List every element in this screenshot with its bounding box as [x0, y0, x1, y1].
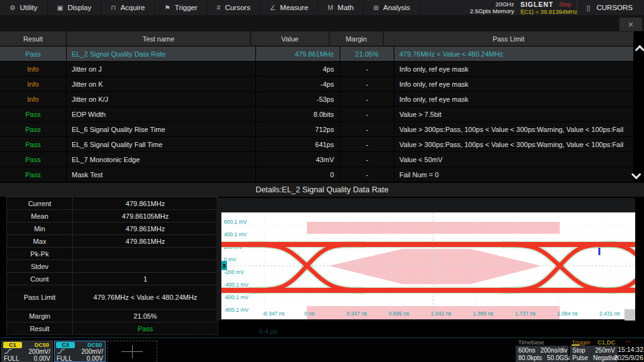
menu-item-label: Display	[67, 4, 91, 11]
timebase-header: Timebase	[518, 339, 544, 346]
table-row[interactable]: InfoJitter on J4ps-Info only, ref eye ma…	[0, 62, 634, 77]
eye-diagram-panel: 600.1 mV400.1 mV200 mV0 mV-200 mV-400.1 …	[216, 198, 635, 321]
voltage-axis-label: 400.1 mV	[224, 231, 247, 238]
math-icon: M	[328, 4, 333, 11]
result-badge: Pass	[0, 107, 67, 121]
scroll-up-button[interactable]	[635, 47, 641, 53]
table-row[interactable]: PassEL_6 Signal Quality Rise Time712ps-V…	[0, 122, 634, 137]
menu-item-analysis[interactable]: ⊞Analysis	[364, 0, 420, 15]
result-badge: Info	[0, 62, 67, 76]
gear-icon: ⚙	[9, 4, 15, 11]
menu-item-math[interactable]: MMath	[318, 0, 364, 15]
margin-cell: -	[340, 107, 394, 121]
trigger-source-label: C1,DC	[597, 339, 616, 346]
test-name-cell: EOP Width	[67, 107, 256, 121]
menu-item-measure[interactable]: ∠Measure	[260, 0, 318, 15]
voltage-axis-label: -800.1 mV	[224, 307, 249, 313]
channel-box-c1[interactable]: C1DC50200mV/FULL0.00V	[1, 341, 53, 362]
menu-item-label: Acquire	[120, 4, 145, 11]
value-cell: -53ps	[256, 92, 340, 106]
eye-diagram-plot: 600.1 mV400.1 mV200 mV0 mV-200 mV-400.1 …	[221, 212, 635, 319]
trigger-level: 250mV	[595, 347, 615, 354]
status-indicator-icons: ▪▪	[626, 339, 631, 344]
timebase-points: 80.0kpts	[518, 354, 542, 361]
cursors-button[interactable]: ▯ CURSORS	[577, 0, 644, 15]
test-name-cell: EL_2 Signal Quality Data Rate	[67, 47, 256, 61]
frequency-counter: f(C1) = 36.81394MHz	[520, 8, 574, 15]
table-row[interactable]: PassMask Test0-Fail Num = 0	[0, 167, 634, 182]
brand-block: SIGLENT Stop f(C1) = 36.81394MHz	[520, 1, 574, 15]
stats-row: Mean479.86105MHz	[7, 210, 218, 222]
result-badge: Pass	[0, 167, 67, 182]
voltage-axis-label: -200 mV	[224, 269, 244, 275]
column-header-pass-limit: Pass Limit	[384, 31, 634, 46]
status-cluster: 20GHz 2.5Gpts Memory SIGLENT Stop f(C1) …	[470, 0, 644, 15]
ground-level-marker-dot	[223, 264, 226, 268]
margin-cell: 21.05%	[340, 47, 394, 61]
timebase-box[interactable]: 600ns 200ns/div 80.0kpts 50.0GSa/s	[516, 346, 569, 362]
pass-limit-cell: Fail Num = 0	[394, 167, 634, 182]
test-results-table: Result Test name Value Margin Pass Limit…	[0, 31, 634, 182]
table-row[interactable]: PassEL_7 Monotonic Edge43mV-Value < 50mV	[0, 152, 634, 167]
table-row[interactable]: InfoJitter on K-4ps-Info only, ref eye m…	[0, 77, 634, 92]
timebase-scale: 200ns/div	[540, 347, 567, 354]
margin-cell: -	[340, 92, 394, 106]
channel-box-c3[interactable]: C3DC50200mV/FULL0.00V	[54, 341, 106, 362]
analysis-icon: ⊞	[373, 4, 379, 11]
test-name-cell: Jitter on K	[67, 77, 256, 91]
vertical-scale-label: 200mV/	[29, 348, 50, 355]
result-badge: Pass	[0, 152, 67, 167]
resize-handle[interactable]	[625, 309, 635, 321]
menu-item-display[interactable]: ▣Display	[48, 0, 102, 15]
channel-tab: C3	[56, 342, 75, 348]
menu-item-label: Utility	[19, 4, 37, 11]
test-name-cell: EL_6 Signal Quality Rise Time	[67, 122, 256, 136]
pass-limit-cell: Value < 50mV	[394, 152, 634, 167]
scroll-down-button[interactable]	[635, 171, 641, 178]
stat-label: Min	[7, 222, 73, 234]
display-icon: ▣	[57, 4, 64, 11]
test-name-cell: Jitter on J	[67, 62, 256, 76]
menu-item-utility[interactable]: ⚙Utility	[0, 0, 48, 15]
margin-cell: -	[340, 122, 394, 136]
details-stats-table: Current479.861MHzMean479.86105MHzMin479.…	[6, 197, 218, 335]
table-row[interactable]: PassEOP Width8.0bits-Value > 7.5bit	[0, 107, 634, 122]
stat-value	[73, 248, 218, 260]
stat-label: Count	[7, 273, 73, 285]
add-channel-slot[interactable]	[107, 341, 157, 362]
coupling-label: DC50	[35, 342, 51, 348]
vertical-scale-label: 200mV/	[82, 348, 103, 355]
stats-row: Pass Limit479.76MHz < Value < 480.24MHz	[7, 285, 218, 310]
table-row[interactable]: InfoJitter on K/J-53ps-Info only, ref ey…	[0, 92, 634, 107]
table-row[interactable]: PassEL_6 Signal Quality Fall Time641ps-V…	[0, 137, 634, 152]
memory-label: 2.5Gpts Memory	[470, 8, 514, 14]
column-header-margin: Margin	[330, 31, 384, 46]
plus-icon	[132, 345, 133, 358]
pass-limit-cell: Value > 300ps:Pass, 100ps < Value < 300p…	[394, 122, 634, 136]
stats-row: Pk-Pk	[7, 248, 218, 260]
menu-item-trigger[interactable]: ⚑Trigger	[155, 0, 207, 15]
time-axis-label: 0.347 ns	[347, 310, 367, 317]
close-button[interactable]: ×	[619, 18, 642, 31]
menu-item-cursors[interactable]: #Cursors	[208, 0, 260, 15]
channel-tab: C1	[3, 342, 22, 348]
test-name-cell: Jitter on K/J	[67, 92, 256, 106]
trigger-box[interactable]: Stop 250mV Pulse Negative	[570, 346, 618, 362]
stat-value: 479.861MHz	[73, 235, 218, 247]
time-axis-label: -0.347 ns	[262, 310, 284, 317]
time-axis-label: 2.084 ns	[557, 310, 578, 317]
stats-row: ResultPass	[7, 322, 218, 334]
stats-row: Max479.861MHz	[7, 235, 218, 248]
rising-edge-icon	[4, 348, 13, 356]
table-body: PassEL_2 Signal Quality Data Rate479.861…	[0, 47, 634, 182]
value-cell: 4ps	[256, 62, 340, 76]
table-row[interactable]: PassEL_2 Signal Quality Data Rate479.861…	[0, 47, 634, 62]
stat-value: 479.861MHz	[73, 222, 218, 234]
value-cell: 712ps	[256, 122, 340, 136]
value-cell: 479.861MHz	[256, 47, 340, 61]
menu-item-acquire[interactable]: ⊓Acquire	[101, 0, 155, 15]
stat-value	[73, 260, 218, 272]
result-badge: Pass	[0, 47, 67, 61]
stat-label: Margin	[7, 310, 73, 322]
oscilloscope-screen: -200 mV-400.1 mV-600.1 mV-800.1 mV-0.2 µ…	[0, 0, 644, 362]
